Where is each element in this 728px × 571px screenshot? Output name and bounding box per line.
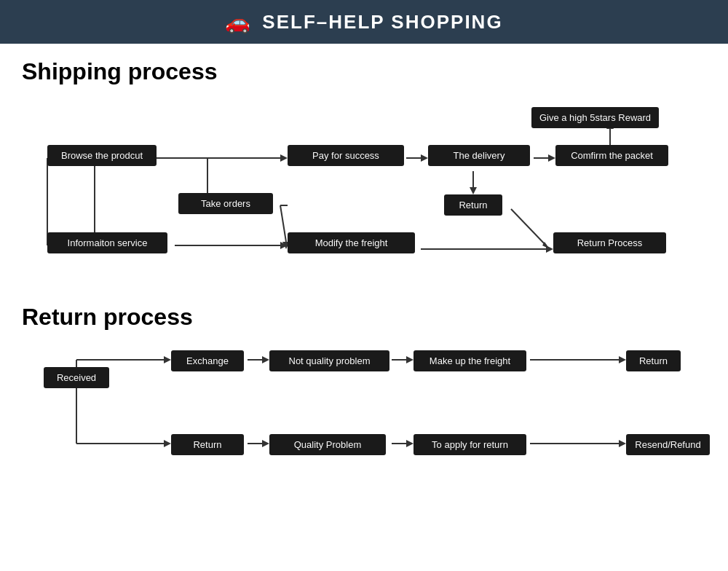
not-quality-box: Not quality problem [269, 350, 389, 371]
header-title: SELF–HELP SHOPPING [262, 11, 502, 34]
svg-marker-10 [548, 154, 555, 162]
svg-marker-36 [619, 356, 626, 363]
shipping-title: Shipping process [22, 58, 706, 85]
svg-marker-29 [164, 440, 171, 447]
received-box: Received [44, 367, 109, 388]
svg-marker-8 [421, 154, 428, 162]
quality-box: Quality Problem [269, 434, 386, 455]
svg-marker-16 [542, 242, 550, 249]
return-process-box: Return Process [553, 232, 666, 253]
take-orders-box: Take orders [178, 193, 273, 214]
svg-line-5 [280, 205, 286, 242]
exchange-box: Exchange [171, 350, 244, 371]
return2-box: Return [171, 434, 244, 455]
main-content: Shipping process [0, 44, 728, 527]
svg-marker-14 [470, 187, 477, 194]
return1-box: Return [626, 350, 681, 371]
browse-box: Browse the prodcut [47, 145, 157, 166]
svg-marker-34 [406, 356, 414, 363]
shipping-arrows [22, 100, 706, 296]
svg-marker-21 [280, 242, 288, 249]
shipping-diagram: Give a high 5stars Reward Browse the pro… [22, 100, 706, 296]
confirm-box: Comfirm the packet [555, 145, 668, 166]
resend-box: Resend/Refund [626, 434, 710, 455]
svg-marker-18 [546, 245, 553, 253]
svg-line-15 [511, 209, 546, 245]
shipping-section: Shipping process [22, 58, 706, 296]
info-box: Informaiton service [47, 232, 167, 253]
return-node-box: Return [444, 194, 502, 216]
make-up-box: Make up the freight [414, 350, 526, 371]
svg-marker-26 [164, 356, 171, 363]
svg-marker-32 [262, 356, 269, 363]
svg-marker-42 [619, 440, 626, 447]
return-section: Return process [22, 304, 706, 513]
pay-box: Pay for success [288, 145, 404, 166]
svg-marker-38 [262, 440, 269, 447]
modify-box: Modify the freight [288, 232, 415, 253]
delivery-box: The delivery [428, 145, 530, 166]
apply-box: To apply for return [414, 434, 526, 455]
header: 🚗 SELF–HELP SHOPPING [0, 0, 728, 44]
car-icon: 🚗 [225, 10, 250, 34]
svg-marker-1 [280, 154, 288, 162]
return-title: Return process [22, 304, 706, 331]
svg-marker-40 [406, 440, 414, 447]
return-diagram: Received Exchange Not quality problem Ma… [22, 345, 706, 513]
reward-box: Give a high 5stars Reward [531, 107, 659, 128]
